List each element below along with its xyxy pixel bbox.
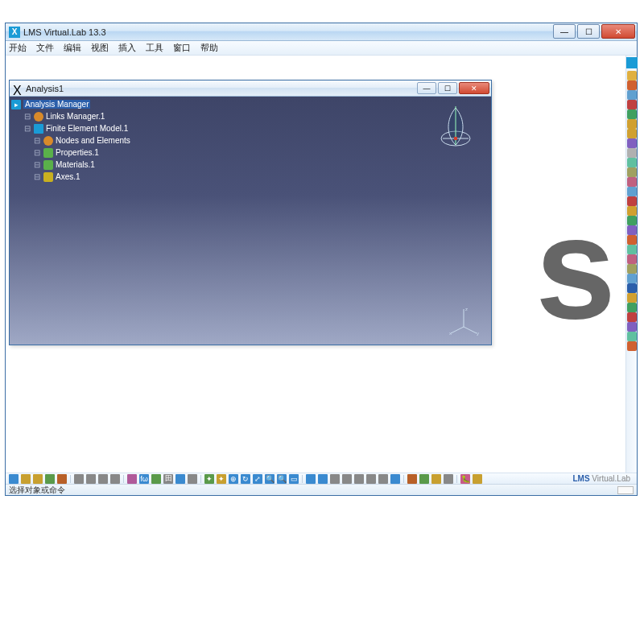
right-tool-button[interactable] <box>627 148 637 158</box>
right-tool-button[interactable] <box>627 312 637 322</box>
right-tool-button[interactable] <box>627 158 637 167</box>
right-tool-button[interactable] <box>627 196 637 206</box>
bottom-tool-button[interactable] <box>378 474 388 484</box>
right-tool-button[interactable] <box>627 264 637 274</box>
svg-line-6 <box>451 327 464 333</box>
bottom-tool-button[interactable] <box>330 474 340 484</box>
bottom-tool-button[interactable] <box>366 474 376 484</box>
menu-item[interactable]: 视图 <box>91 42 109 54</box>
right-tool-button[interactable] <box>627 71 637 80</box>
bottom-tool-button[interactable] <box>188 474 197 484</box>
bottom-tool-button[interactable] <box>354 474 364 484</box>
bottom-tool-button[interactable] <box>127 474 137 484</box>
tree-root[interactable]: ▸ Analysis Manager <box>11 98 491 110</box>
status-indicator-box <box>617 486 634 494</box>
bottom-tool-button[interactable] <box>175 474 185 484</box>
viewport-3d[interactable]: ▸ Analysis Manager ⊟Links Manager.1⊟Fini… <box>10 97 491 345</box>
bottom-tool-button[interactable] <box>342 474 352 484</box>
right-tool-button[interactable] <box>627 332 637 341</box>
tree-item-label: Materials.1 <box>56 160 95 169</box>
bottom-tool-button[interactable]: 田 <box>163 474 173 484</box>
bottom-tool-button[interactable] <box>86 474 96 484</box>
sub-close-button[interactable]: ✕ <box>459 82 489 94</box>
right-tool-button[interactable] <box>627 177 637 187</box>
bottom-tool-button[interactable] <box>407 474 417 484</box>
right-tool-button[interactable] <box>627 235 637 245</box>
bottom-tool-button[interactable] <box>318 474 328 484</box>
tree-item[interactable]: ⊟Finite Element Model.1 <box>11 122 491 134</box>
tree-item[interactable]: ⊟Properties.1 <box>11 147 491 159</box>
bottom-tool-button[interactable]: 🔍 <box>265 474 275 484</box>
menu-item[interactable]: 工具 <box>146 42 163 54</box>
right-tool-button[interactable] <box>627 293 637 303</box>
right-tool-button[interactable] <box>627 90 637 100</box>
menu-item[interactable]: 文件 <box>36 42 54 54</box>
bottom-tool-button[interactable]: fω <box>139 474 149 484</box>
bottom-tool-button[interactable] <box>9 474 19 484</box>
bottom-tool-button[interactable]: ✦ <box>204 474 214 484</box>
right-tool-button[interactable] <box>627 119 637 129</box>
menu-item[interactable]: 开始 <box>9 42 27 54</box>
right-tool-button[interactable] <box>627 187 637 196</box>
right-tool-button[interactable] <box>627 206 637 216</box>
tree-item[interactable]: ⊟Links Manager.1 <box>11 110 491 122</box>
right-tool-button[interactable] <box>627 138 637 148</box>
bottom-tool-button[interactable]: 🔍 <box>277 474 287 484</box>
bottom-tool-button[interactable] <box>151 474 161 484</box>
brand-label: LMS Virtual.Lab <box>572 474 634 483</box>
right-tool-button[interactable] <box>627 245 637 254</box>
bottom-tool-button[interactable]: ⤢ <box>253 474 262 484</box>
minimize-button[interactable]: — <box>553 24 576 39</box>
bottom-tool-button[interactable] <box>306 474 316 484</box>
menu-item[interactable]: 编辑 <box>64 42 81 54</box>
bottom-tool-button[interactable] <box>98 474 108 484</box>
right-tool-button[interactable] <box>627 216 637 225</box>
right-tool-button[interactable] <box>627 100 637 109</box>
right-toolbar <box>625 56 637 474</box>
menu-item[interactable]: 窗口 <box>173 42 191 54</box>
bottom-tool-button[interactable] <box>45 474 55 484</box>
bottom-tool-button[interactable] <box>473 474 482 484</box>
bottom-tool-button[interactable] <box>431 474 441 484</box>
tree-item[interactable]: ⊟Nodes and Elements <box>11 134 491 147</box>
bottom-tool-button[interactable]: 🐛 <box>460 474 470 484</box>
right-tool-button[interactable] <box>627 341 637 351</box>
right-tool-button[interactable] <box>627 129 637 138</box>
menu-item[interactable]: 插入 <box>118 42 136 54</box>
titlebar[interactable]: X LMS Virtual.Lab 13.3 — ☐ ✕ <box>6 23 637 41</box>
bottom-tool-button[interactable] <box>110 474 120 484</box>
tree-root-label[interactable]: Analysis Manager <box>23 100 90 109</box>
right-tool-button[interactable] <box>627 322 637 332</box>
right-tool-button[interactable] <box>627 80 637 90</box>
tree-item[interactable]: ⊟Materials.1 <box>11 159 491 171</box>
bottom-tool-button[interactable] <box>33 474 43 484</box>
right-tool-button[interactable] <box>627 167 637 177</box>
bottom-tool-button[interactable] <box>419 474 429 484</box>
tree-item[interactable]: ⊟Axes.1 <box>11 171 491 183</box>
right-tool-button[interactable] <box>627 109 637 119</box>
bottom-tool-button[interactable] <box>21 474 31 484</box>
bottom-tool-button[interactable]: ↻ <box>241 474 250 484</box>
svg-line-5 <box>464 327 477 333</box>
close-button[interactable]: ✕ <box>601 24 635 39</box>
right-tool-button[interactable] <box>627 254 637 264</box>
bottom-tool-button[interactable]: ✦ <box>217 474 226 484</box>
bottom-tool-button[interactable] <box>74 474 84 484</box>
right-toolbar-header-icon[interactable] <box>626 57 638 68</box>
right-tool-button[interactable] <box>627 225 637 235</box>
bottom-tool-button[interactable] <box>390 474 400 484</box>
maximize-button[interactable]: ☐ <box>577 24 600 39</box>
bottom-tool-button[interactable] <box>444 474 453 484</box>
right-tool-button[interactable] <box>627 274 637 283</box>
sub-titlebar[interactable]: X Analysis1 — ☐ ✕ <box>10 80 491 97</box>
right-tool-button[interactable] <box>627 283 637 293</box>
menu-item[interactable]: 帮助 <box>200 42 218 54</box>
bottom-tool-button[interactable]: ▭ <box>289 474 299 484</box>
sub-minimize-button[interactable]: — <box>417 82 436 94</box>
right-tool-button[interactable] <box>627 303 637 312</box>
sub-maximize-button[interactable]: ☐ <box>438 82 457 94</box>
bottom-tool-button[interactable]: ⊕ <box>229 474 238 484</box>
model-tree[interactable]: ▸ Analysis Manager ⊟Links Manager.1⊟Fini… <box>10 97 491 183</box>
compass-gizmo[interactable] <box>436 103 475 150</box>
bottom-tool-button[interactable] <box>57 474 67 484</box>
